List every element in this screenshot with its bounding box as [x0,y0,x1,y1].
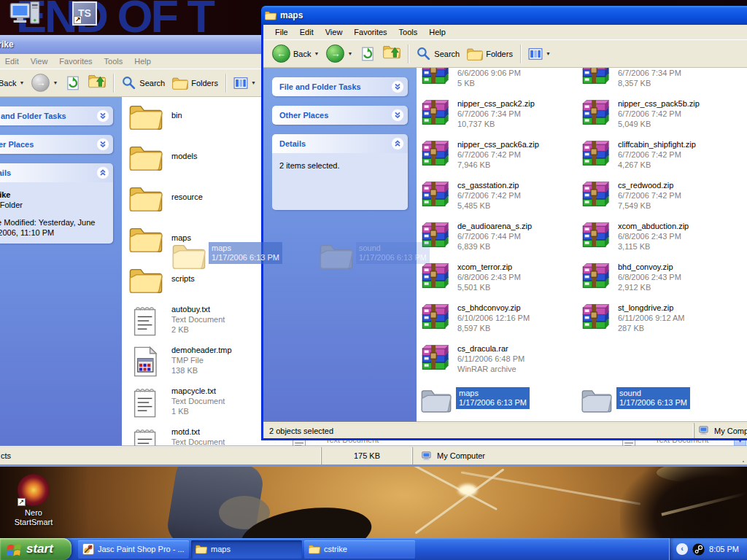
winrar-archive-icon [421,304,450,330]
desktop-icon-nero-startsmart[interactable]: ↗ Nero StartSmart [10,474,57,527]
forward-button[interactable]: → ▼ [323,42,355,66]
file-type: Text Document [171,396,225,406]
search-icon [121,75,136,90]
file-folder-tasks-header[interactable]: File and Folder Tasks [0,106,113,125]
chevron-down-icon: ▼ [251,80,256,85]
file-date: 6/8/2006 2:43 PM [618,272,681,282]
archive-file-tile[interactable]: cs_redwood.zip 6/7/2006 7:42 PM 7,549 KB [580,180,739,218]
file-tile[interactable]: demoheader.tmp TMP File 138 KB [126,343,279,381]
file-size: 8,357 KB [618,78,681,88]
archive-file-tile[interactable]: xcom_abduction.zip 6/8/2006 2:43 PM 3,11… [580,221,739,259]
text-document-icon [129,306,163,336]
taskbar-window-button[interactable]: cstrike [304,540,415,559]
archive-file-tile[interactable]: 6/7/2006 7:34 PM 8,357 KB [580,68,739,96]
file-name: models [171,151,197,161]
archive-file-tile[interactable]: cs_bhdconvoy.zip 6/10/2006 12:16 PM 8,59… [419,303,578,341]
file-tile[interactable]: mapcycle.txt Text Document 1 KB [126,384,279,422]
refresh-button[interactable] [357,42,379,66]
file-size: 5,501 KB [457,282,521,292]
other-places-header[interactable]: Other Places [0,135,113,154]
file-tile[interactable]: models [126,139,279,177]
file-name: demoheader.tmp [171,345,232,355]
file-size: 10,737 KB [457,119,535,129]
file-size: 6,839 KB [457,241,532,252]
archive-file-tile[interactable]: cs_dracula.rar 6/11/2006 6:48 PM WinRAR … [419,343,578,381]
selected-folder-tile[interactable]: sound 1/17/2006 6:13 PM [580,386,736,422]
steam-tray-icon[interactable] [692,543,705,556]
archive-file-tile[interactable]: nipper_css_pack5b.zip 6/7/2006 7:42 PM 5… [580,98,739,136]
menu-item[interactable]: Help [128,55,157,68]
forward-icon: → [326,44,344,63]
archive-file-tile[interactable]: nipper_css_pack2.zip 6/7/2006 7:34 PM 10… [419,98,578,136]
file-tile[interactable]: bin [126,98,279,136]
folders-button[interactable]: Folders [464,42,516,66]
folder-icon-ghost [320,242,353,270]
up-button[interactable] [85,71,109,95]
collapse-chevron-icon[interactable] [96,166,109,179]
winrar-archive-icon [421,68,450,85]
start-button[interactable]: start [0,538,71,560]
winrar-archive-icon [581,222,611,249]
menu-item[interactable]: File [269,26,294,39]
winrar-archive-icon [581,182,611,208]
maps-titlebar[interactable]: maps [261,6,747,25]
taskbar-window-button[interactable]: maps [191,540,302,559]
menu-item[interactable]: Favorites [53,55,98,68]
menu-item[interactable]: Edit [0,55,25,68]
file-tile[interactable]: motd.txt Text Document [126,425,279,446]
file-name: bin [171,110,182,120]
file-name: mapcycle.txt [171,386,225,396]
menu-item[interactable]: Help [423,26,452,39]
menu-item[interactable]: View [320,26,349,39]
tray-collapse-chevron-icon[interactable]: ‹ [676,543,688,555]
file-size: 1 KB [171,406,225,416]
menu-item[interactable]: View [25,55,54,68]
search-button[interactable]: Search [118,71,168,95]
folders-button[interactable]: Folders [169,71,221,95]
menu-item[interactable]: Tools [98,55,129,68]
back-button[interactable]: ← Back▼ [269,42,322,66]
archive-file-tile[interactable]: nipper_css_pack6a.zip 6/7/2006 7:42 PM 7… [419,139,578,177]
selected-folder-label: maps 1/17/2006 6:13 PM [456,387,530,409]
archive-file-tile[interactable]: 6/6/2006 9:06 PM 5 KB [419,68,578,96]
menu-item[interactable]: Edit [294,26,320,39]
expand-chevron-icon[interactable] [96,109,109,122]
menu-item[interactable]: Tools [393,26,424,39]
search-button[interactable]: Search [413,42,462,66]
selected-folder-tile[interactable]: maps 1/17/2006 6:13 PM [419,386,576,422]
toolbar-separator [225,74,226,93]
file-size: 5 KB [457,78,521,88]
file-tile[interactable]: resource [126,180,279,218]
winrar-archive-icon [581,263,611,289]
collapse-chevron-icon[interactable] [391,137,404,150]
archive-file-tile[interactable]: xcom_terror.zip 6/8/2006 2:43 PM 5,501 K… [419,262,578,300]
expand-chevron-icon[interactable] [391,80,404,93]
resize-grip[interactable] [740,454,747,464]
desktop-icon-my-computer[interactable] [9,0,41,29]
file-name: cs_dracula.rar [457,343,525,354]
expand-chevron-icon[interactable] [391,109,404,122]
menu-item[interactable]: Favorites [348,26,392,39]
views-button[interactable]: ▼ [231,71,259,95]
details-header[interactable]: Details [272,134,408,153]
file-folder-tasks-header[interactable]: File and Folder Tasks [272,77,408,96]
taskbar-window-button[interactable]: Jasc Paint Shop Pro - ... [78,540,189,559]
archive-file-tile[interactable]: cs_gasstation.zip 6/7/2006 7:42 PM 5,485… [419,180,578,218]
desktop-icon-teamspeak[interactable]: TS ↗ [72,1,97,26]
archive-file-tile[interactable]: st_longdrive.zip 6/11/2006 9:12 AM 287 K… [580,303,739,341]
expand-chevron-icon[interactable] [96,138,109,151]
up-button[interactable] [380,42,403,66]
details-header[interactable]: Details [0,163,113,182]
my-computer-icon [9,0,41,29]
refresh-button[interactable] [62,71,84,95]
archive-file-tile[interactable]: bhd_convoy.zip 6/8/2006 2:43 PM 2,912 KB [580,262,739,300]
file-tile[interactable]: autobuy.txt Text Document 2 KB [126,303,279,341]
archive-file-tile[interactable]: cliffcabin_shipfight.zip 6/7/2006 7:42 P… [580,139,739,177]
other-places-header[interactable]: Other Places [272,106,408,125]
views-button[interactable]: ▼ [525,42,554,66]
nero-icon-label: Nero StartSmart [10,508,57,527]
file-date: 6/7/2006 7:42 PM [618,109,700,119]
forward-button[interactable]: → ▼ [28,71,61,95]
archive-file-tile[interactable]: de_audioarena_s.zip 6/7/2006 7:44 PM 6,8… [419,221,578,259]
back-button[interactable]: ← Back▼ [0,71,27,95]
